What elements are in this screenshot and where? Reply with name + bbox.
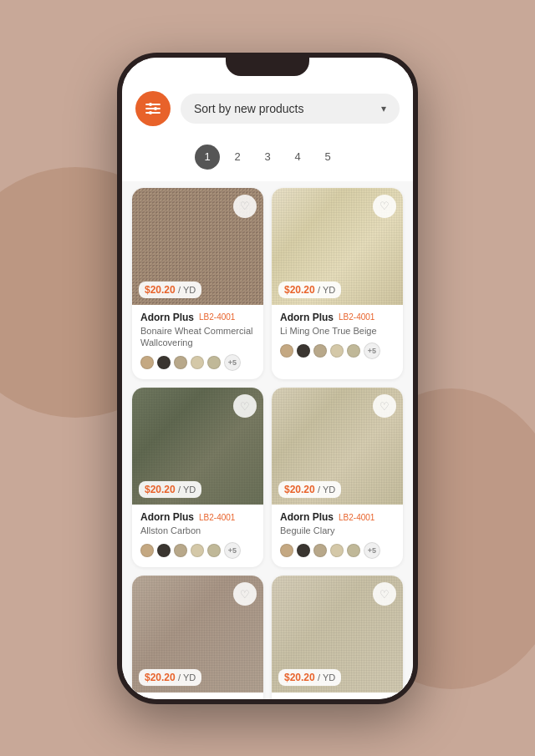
swatch-more[interactable]: +5 — [224, 542, 241, 559]
price-badge: $20.20 / YD — [139, 282, 201, 298]
price-unit: / YD — [178, 672, 196, 682]
price-badge: $20.20 / YD — [278, 282, 341, 298]
price-badge: $20.20 / YD — [139, 481, 201, 498]
product-card[interactable]: $20.20 / YD ♡ Adorn Plus LB2-4001 Beguil… — [272, 388, 403, 567]
product-name: Allston Carbon — [140, 525, 255, 536]
swatch[interactable] — [140, 544, 154, 557]
swatch[interactable] — [347, 344, 360, 358]
card-body: Adorn Plus LB2-4001 Bonaire Wheat Commer… — [132, 305, 263, 380]
swatches-row: +5 — [140, 542, 255, 559]
price-unit: / YD — [318, 672, 335, 682]
brand-name: Adorn Plus — [280, 511, 334, 523]
swatch-more[interactable]: +5 — [224, 354, 241, 371]
card-image-wrap: $20.20 / YD ♡ — [272, 188, 403, 305]
swatches-row: +5 — [280, 342, 395, 359]
phone-shell: Sort by new products ▾ 12345 $20.20 / YD… — [117, 53, 418, 704]
filter-icon — [145, 100, 161, 117]
svg-point-5 — [149, 111, 152, 114]
page-button-2[interactable]: 2 — [225, 145, 250, 170]
brand-row: Adorn Plus LB2-4001 — [140, 312, 255, 323]
swatch[interactable] — [191, 356, 204, 369]
page-button-5[interactable]: 5 — [315, 145, 340, 170]
brand-name: Adorn Plus — [280, 312, 334, 323]
brand-code: LB2-4001 — [339, 312, 374, 322]
product-name: Bonaire Wheat Commercial Wallcovering — [140, 325, 255, 349]
price-unit: / YD — [318, 285, 335, 295]
price-badge: $20.20 / YD — [139, 669, 201, 686]
card-body: Adorn Plus LB2-4001 Allston Carbon +5 — [132, 505, 263, 567]
chevron-down-icon: ▾ — [381, 103, 386, 114]
wishlist-button[interactable]: ♡ — [233, 394, 257, 418]
brand-code: LB2-4001 — [339, 513, 374, 522]
product-name: Beguile Clary — [280, 525, 395, 536]
swatch[interactable] — [140, 356, 154, 369]
sort-dropdown[interactable]: Sort by new products ▾ — [181, 94, 400, 124]
phone-notch — [226, 58, 309, 76]
swatch[interactable] — [174, 356, 187, 369]
product-card[interactable]: $20.20 / YD ♡ Adorn Plus LB2-4001 Sandst… — [132, 576, 263, 698]
product-card[interactable]: $20.20 / YD ♡ Adorn Plus LB2-4001 Allsto… — [132, 388, 263, 567]
wishlist-button[interactable]: ♡ — [373, 195, 396, 218]
swatch[interactable] — [313, 544, 327, 557]
filter-button[interactable] — [135, 91, 171, 126]
swatches-row: +5 — [140, 354, 255, 371]
pagination: 12345 — [122, 136, 413, 181]
screen: Sort by new products ▾ 12345 $20.20 / YD… — [122, 58, 413, 699]
price: $20.20 — [284, 284, 315, 296]
price: $20.20 — [284, 672, 315, 683]
price: $20.20 — [145, 484, 176, 495]
brand-name: Adorn Plus — [140, 312, 194, 323]
price-unit: / YD — [318, 485, 335, 495]
swatches-row: +5 — [280, 542, 395, 559]
price: $20.20 — [284, 484, 315, 495]
swatch[interactable] — [207, 356, 221, 369]
card-image-wrap: $20.20 / YD ♡ — [132, 388, 263, 505]
products-scroll[interactable]: $20.20 / YD ♡ Adorn Plus LB2-4001 Bonair… — [122, 181, 413, 699]
swatch[interactable] — [174, 544, 187, 557]
swatch[interactable] — [157, 356, 171, 369]
product-card[interactable]: $20.20 / YD ♡ Adorn Plus LB2-4001 Bonair… — [132, 188, 263, 380]
swatch[interactable] — [280, 344, 293, 358]
card-image-wrap: $20.20 / YD ♡ — [272, 576, 403, 693]
card-body: Adorn Plus LB2-4001 Beguile Clary +5 — [272, 505, 403, 567]
card-image-wrap: $20.20 / YD ♡ — [132, 188, 263, 305]
swatch[interactable] — [313, 344, 327, 358]
price-badge: $20.20 / YD — [278, 481, 341, 498]
swatch[interactable] — [330, 344, 344, 358]
price-badge: $20.20 / YD — [278, 669, 341, 686]
brand-code: LB2-4001 — [199, 513, 235, 522]
swatch[interactable] — [191, 544, 204, 557]
page-button-1[interactable]: 1 — [195, 145, 220, 170]
price: $20.20 — [145, 284, 176, 296]
price-unit: / YD — [178, 485, 196, 495]
page-button-4[interactable]: 4 — [285, 145, 310, 170]
swatch-more[interactable]: +5 — [364, 342, 380, 359]
products-grid: $20.20 / YD ♡ Adorn Plus LB2-4001 Bonair… — [132, 188, 403, 699]
svg-point-3 — [149, 103, 152, 106]
card-image-wrap: $20.20 / YD ♡ — [132, 576, 263, 693]
product-card[interactable]: $20.20 / YD ♡ Adorn Plus LB2-4001 Li Min… — [272, 188, 403, 380]
swatch[interactable] — [297, 344, 310, 358]
sort-label: Sort by new products — [194, 102, 304, 115]
page-button-3[interactable]: 3 — [255, 145, 280, 170]
svg-point-4 — [154, 107, 157, 110]
brand-code: LB2-4001 — [199, 312, 235, 322]
swatch[interactable] — [207, 544, 221, 557]
swatch[interactable] — [280, 544, 293, 557]
wishlist-button[interactable]: ♡ — [233, 195, 257, 218]
wishlist-button[interactable]: ♡ — [373, 394, 396, 418]
card-image-wrap: $20.20 / YD ♡ — [272, 388, 403, 505]
swatch[interactable] — [297, 544, 310, 557]
swatch[interactable] — [347, 544, 360, 557]
brand-row: Adorn Plus LB2-4001 — [140, 511, 255, 523]
product-card[interactable]: $20.20 / YD ♡ Adorn Plus LB2-4001 Natura… — [272, 576, 403, 698]
card-body: Adorn Plus LB2-4001 Natural Linen Weave … — [272, 693, 403, 698]
brand-name: Adorn Plus — [140, 511, 194, 523]
swatch[interactable] — [330, 544, 344, 557]
product-name: Li Ming One True Beige — [280, 325, 395, 337]
brand-row: Adorn Plus LB2-4001 — [280, 312, 395, 323]
card-body: Adorn Plus LB2-4001 Sandstone Gray +5 — [132, 693, 263, 698]
brand-row: Adorn Plus LB2-4001 — [280, 511, 395, 523]
swatch-more[interactable]: +5 — [364, 542, 380, 559]
swatch[interactable] — [157, 544, 171, 557]
